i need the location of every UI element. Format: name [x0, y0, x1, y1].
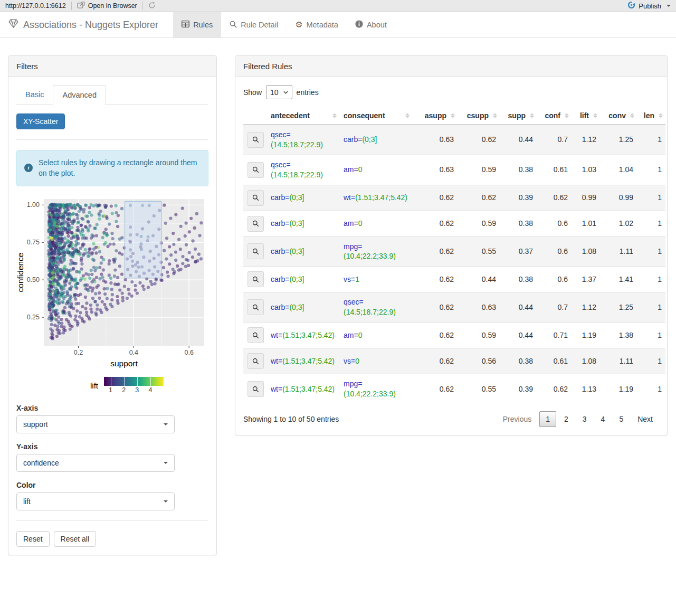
cell-len: 1: [637, 267, 665, 292]
antecedent-value: (14.5;18.7;22.9): [271, 170, 323, 180]
consequent-value: (0;3]: [362, 135, 377, 145]
legend-gradient: [104, 377, 164, 386]
antecedent-attribute: wt=: [271, 385, 282, 393]
cell-len: 1: [637, 292, 665, 323]
info-icon: i: [24, 164, 33, 172]
column-header-len[interactable]: len: [637, 107, 665, 125]
tab-about[interactable]: About: [347, 12, 395, 37]
xy-scatter-button[interactable]: XY-Scatter: [16, 113, 65, 129]
magnifier-icon: [252, 136, 259, 143]
publish-caret-icon[interactable]: [667, 5, 671, 7]
color-label: Color: [16, 481, 208, 489]
cell-csupp: 0.44: [458, 267, 500, 292]
cell-conf: 0.61: [537, 155, 572, 185]
cell-supp: 0.39: [500, 185, 537, 211]
cell-csupp: 0.59: [458, 155, 500, 185]
inspect-rule-button[interactable]: [247, 381, 264, 397]
antecedent-value: (1.51;3.47;5.42): [282, 384, 335, 394]
tab-rules[interactable]: Rules: [173, 12, 221, 37]
page-size-select[interactable]: 10: [266, 85, 292, 99]
consequent-value: (1.51;3.47;5.42): [355, 193, 407, 203]
app-brand: Associations - Nuggets Explorer: [0, 12, 167, 37]
inspect-rule-button[interactable]: [247, 353, 264, 369]
browser-chrome-bar: http://127.0.0.1:6612 Open in Browser Pu…: [0, 0, 676, 12]
cell-lift: 1.19: [572, 323, 600, 348]
tab-rule-detail[interactable]: Rule Detail: [221, 12, 287, 37]
color-select[interactable]: lift: [16, 492, 175, 510]
cell-supp: 0.38: [500, 348, 537, 374]
column-header-asupp[interactable]: asupp: [412, 107, 458, 125]
tab-basic[interactable]: Basic: [16, 85, 53, 105]
x-axis-select[interactable]: support: [16, 415, 175, 433]
pagination-page-2[interactable]: 2: [558, 411, 575, 427]
x-axis-select-value: support: [23, 420, 48, 429]
svg-text:1.00: 1.00: [27, 201, 40, 209]
antecedent-value: (1.51;3.47;5.42): [282, 330, 335, 340]
filter-tabs: Basic Advanced: [16, 85, 208, 105]
cell-conv: 1.11: [600, 236, 637, 267]
inspect-rule-button[interactable]: [247, 299, 264, 315]
cell-conf: 0.6: [537, 267, 572, 292]
open-in-browser-button[interactable]: Open in Browser: [77, 2, 137, 10]
divider: [16, 520, 208, 521]
cell-antecedent: wt=(1.51;3.47;5.42): [266, 348, 339, 374]
antecedent-attribute: qsec=: [271, 160, 291, 169]
cell-lift: 1.08: [572, 236, 600, 267]
sort-icon: [451, 113, 455, 118]
cell-supp: 0.44: [500, 323, 537, 348]
info-circle-icon: [355, 20, 363, 30]
antecedent-value: (0;3]: [289, 302, 304, 312]
column-label: consequent: [344, 111, 385, 120]
antecedent-attribute: wt=: [271, 331, 282, 339]
cell-csupp: 0.62: [458, 125, 500, 155]
pagination-page-4[interactable]: 4: [595, 411, 612, 427]
cell-conf: 0.6: [537, 236, 572, 267]
tab-advanced[interactable]: Advanced: [53, 85, 106, 105]
magnifier-icon: [252, 304, 259, 311]
reset-all-button[interactable]: Reset all: [54, 531, 96, 547]
y-axis-select[interactable]: confidence: [16, 454, 175, 472]
column-header-lift[interactable]: lift: [572, 107, 600, 125]
consequent-value: (10.4;22.2;33.9): [344, 389, 396, 399]
cell-len: 1: [637, 185, 665, 211]
inspect-rule-button[interactable]: [247, 327, 264, 343]
cell-csupp: 0.59: [458, 323, 500, 348]
table-row: carb=(0;3]wt=(1.51;3.47;5.42)0.620.620.3…: [243, 185, 665, 211]
inspect-rule-button[interactable]: [247, 216, 264, 232]
pagination-previous[interactable]: Previous: [497, 411, 538, 427]
cell-actions: [243, 155, 266, 185]
column-header-csupp[interactable]: csupp: [458, 107, 500, 125]
column-header-antecedent[interactable]: antecedent: [266, 107, 339, 125]
cell-lift: 1.08: [572, 348, 600, 374]
inspect-rule-button[interactable]: [247, 271, 264, 287]
reset-button[interactable]: Reset: [16, 531, 50, 547]
filtered-rules-title: Filtered Rules: [235, 56, 667, 77]
inspect-rule-button[interactable]: [247, 162, 264, 178]
pagination-page-3[interactable]: 3: [576, 411, 593, 427]
column-header-conf[interactable]: conf: [537, 107, 572, 125]
navbar: Associations - Nuggets Explorer Rules Ru…: [0, 12, 676, 38]
antecedent-value: (1.51;3.47;5.42): [282, 356, 335, 366]
publish-button[interactable]: Publish: [639, 2, 661, 10]
column-header-consequent[interactable]: consequent: [339, 107, 412, 125]
scatter-plot[interactable]: 0.250.500.751.000.20.40.6supportconfiden…: [16, 195, 208, 372]
consequent-attribute: am=: [344, 165, 358, 174]
column-header-conv[interactable]: conv: [600, 107, 637, 125]
inspect-rule-button[interactable]: [247, 243, 264, 259]
color-select-value: lift: [23, 497, 31, 506]
open-in-browser-icon: [77, 2, 85, 10]
inspect-rule-button[interactable]: [247, 190, 264, 206]
pagination-page-5[interactable]: 5: [613, 411, 630, 427]
cell-supp: 0.38: [500, 267, 537, 292]
cell-csupp: 0.62: [458, 185, 500, 211]
refresh-icon[interactable]: [148, 2, 156, 11]
gem-icon: [8, 19, 18, 31]
tab-metadata[interactable]: ⚙ Metadata: [287, 12, 347, 37]
inspect-rule-button[interactable]: [247, 132, 264, 148]
table-info: Showing 1 to 10 of 50 entries: [243, 415, 339, 423]
column-header-supp[interactable]: supp: [500, 107, 537, 125]
consequent-value: 1: [355, 274, 359, 285]
cell-supp: 0.37: [500, 236, 537, 267]
pagination-page-1[interactable]: 1: [539, 411, 556, 427]
pagination-next[interactable]: Next: [631, 411, 659, 427]
